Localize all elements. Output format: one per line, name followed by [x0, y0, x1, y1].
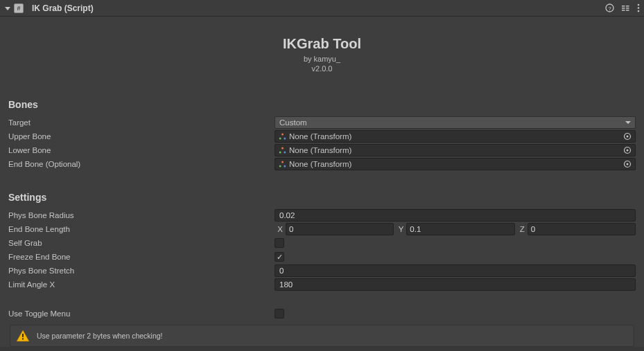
svg-point-8 — [638, 4, 640, 6]
object-picker-icon[interactable] — [623, 159, 632, 169]
tool-title: IKGrab Tool — [8, 36, 636, 52]
svg-point-21 — [281, 161, 284, 163]
limit-angle-x-label: Limit Angle X — [8, 280, 275, 289]
context-menu-icon[interactable] — [637, 3, 640, 12]
tool-title-block: IKGrab Tool by kamyu_ v2.0.0 — [8, 17, 636, 99]
svg-point-18 — [284, 151, 286, 153]
object-picker-icon[interactable] — [623, 145, 632, 155]
svg-rect-4 — [622, 10, 625, 11]
limit-angle-x-field[interactable]: 180 — [275, 278, 636, 291]
svg-point-22 — [279, 165, 281, 167]
svg-rect-5 — [626, 6, 629, 7]
svg-point-16 — [281, 147, 284, 149]
helpbox: Use parameter 2 bytes when checking! — [10, 325, 634, 347]
phys-bone-stretch-field[interactable]: 0 — [275, 264, 636, 277]
svg-point-20 — [627, 150, 629, 152]
foldout-arrow-icon[interactable] — [4, 5, 11, 12]
phys-bone-stretch-label: Phys Bone Stretch — [8, 267, 275, 275]
use-toggle-menu-label: Use Toggle Menu — [8, 309, 275, 318]
phys-bone-radius-label: Phys Bone Radius — [8, 211, 275, 219]
settings-section-header: Settings — [8, 192, 636, 203]
target-dropdown[interactable]: Custom — [275, 116, 636, 129]
svg-point-23 — [284, 165, 286, 167]
end-bone-length-y-field[interactable]: 0.1 — [406, 223, 514, 235]
use-toggle-menu-checkbox[interactable] — [275, 309, 284, 318]
preset-icon[interactable] — [621, 3, 630, 12]
upper-bone-label: Upper Bone — [8, 132, 275, 141]
end-bone-value: None (Transform) — [289, 160, 351, 168]
upper-bone-field[interactable]: None (Transform) — [275, 130, 636, 143]
svg-point-17 — [279, 151, 281, 153]
transform-icon — [278, 146, 286, 154]
end-bone-field[interactable]: None (Transform) — [275, 158, 636, 170]
dropdown-caret-icon — [625, 120, 631, 125]
warning-icon — [16, 330, 30, 342]
svg-rect-27 — [22, 339, 24, 340]
helpbox-message: Use parameter 2 bytes when checking! — [37, 332, 163, 340]
bones-section-header: Bones — [8, 99, 636, 110]
transform-icon — [278, 160, 286, 168]
end-bone-length-label: End Bone Length — [8, 225, 275, 233]
component-header: # IK Grab (Script) ? — [0, 0, 644, 17]
svg-point-9 — [638, 7, 640, 9]
svg-rect-7 — [626, 10, 629, 11]
svg-point-15 — [627, 136, 629, 138]
svg-point-12 — [279, 137, 281, 139]
vec3-z-label: Z — [516, 225, 525, 233]
object-picker-icon[interactable] — [623, 132, 632, 141]
transform-icon — [278, 132, 286, 141]
svg-rect-6 — [626, 8, 629, 9]
tool-author: by kamyu_ — [8, 55, 636, 63]
vec3-x-label: X — [275, 225, 283, 233]
svg-point-10 — [638, 10, 640, 12]
lower-bone-label: Lower Bone — [8, 146, 275, 154]
svg-text:?: ? — [608, 6, 611, 12]
freeze-end-bone-checkbox[interactable]: ✓ — [275, 252, 284, 262]
upper-bone-value: None (Transform) — [289, 132, 351, 141]
self-grab-checkbox[interactable] — [275, 238, 284, 248]
self-grab-label: Self Grab — [8, 239, 275, 247]
target-label: Target — [8, 118, 275, 127]
freeze-end-bone-label: Freeze End Bone — [8, 253, 275, 261]
end-bone-length-x-field[interactable]: 0 — [286, 223, 394, 235]
phys-bone-radius-field[interactable]: 0.02 — [275, 209, 636, 222]
component-title: IK Grab (Script) — [32, 3, 605, 13]
tool-version: v2.0.0 — [8, 64, 636, 73]
svg-point-13 — [284, 137, 286, 139]
target-value: Custom — [279, 118, 307, 127]
svg-rect-26 — [22, 334, 24, 337]
svg-rect-2 — [622, 6, 625, 7]
end-bone-length-z-field[interactable]: 0 — [528, 223, 636, 235]
vec3-y-label: Y — [395, 225, 403, 233]
end-bone-label: End Bone (Optional) — [8, 160, 275, 168]
header-icons: ? — [605, 3, 640, 12]
lower-bone-value: None (Transform) — [289, 146, 351, 154]
svg-point-25 — [627, 163, 629, 165]
lower-bone-field[interactable]: None (Transform) — [275, 144, 636, 156]
help-icon[interactable]: ? — [605, 3, 614, 12]
script-icon: # — [14, 3, 24, 13]
svg-rect-3 — [622, 8, 625, 9]
svg-point-11 — [281, 133, 284, 135]
